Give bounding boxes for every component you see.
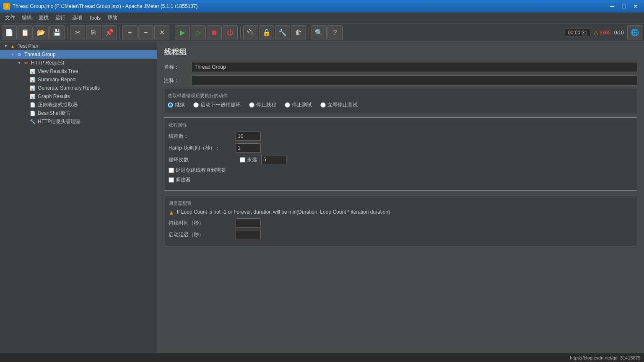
remote-icon[interactable]: 🌐 (627, 25, 642, 40)
hhm-icon: 🔧 (29, 118, 36, 125)
clear-button[interactable]: ✕ (154, 25, 169, 40)
comment-row: 注释： (164, 75, 637, 85)
gs-label: Generate Summary Results (38, 85, 100, 91)
scheduler-config-title: 调度器配置 (169, 200, 633, 207)
remove-button[interactable]: − (138, 25, 153, 40)
sidebar-item-http-header-manager[interactable]: ▶ 🔧 HTTP信息头管理器 (0, 117, 157, 126)
radio-stop-test[interactable]: 停止测试 (285, 101, 312, 109)
duration-label: 持续时间（秒） (169, 220, 236, 227)
copy-button[interactable]: ⎘ (86, 25, 101, 40)
sidebar-item-regex-extractor[interactable]: ▶ 📄 正则表达式提取器 (0, 101, 157, 109)
ramp-up-input[interactable] (236, 143, 261, 153)
thread-group-label: Thread Group (24, 52, 56, 57)
sr-icon: 📊 (29, 76, 36, 83)
bs-icon: 📄 (29, 110, 36, 116)
sep3 (172, 26, 172, 39)
radio-stop-test-input[interactable] (285, 102, 290, 108)
start-delay-row: 启动延迟（秒） (169, 230, 633, 239)
scheduler-checkbox[interactable] (169, 177, 174, 183)
radio-continue-label: 继续 (175, 101, 185, 109)
save-button[interactable]: 💾 (49, 25, 65, 40)
radio-start-next[interactable]: 启动下一进程循环 (193, 101, 241, 109)
menu-tools[interactable]: Tools (86, 13, 104, 23)
sidebar-item-http-request[interactable]: ▼ ✏ HTTP Request (0, 59, 157, 67)
sidebar-item-summary-report[interactable]: ▶ 📊 Summary Report (0, 75, 157, 84)
templates-button[interactable]: 📋 (18, 25, 33, 40)
sep4 (240, 26, 241, 39)
start-no-pause-button[interactable]: ▷ (191, 25, 206, 40)
sep5 (309, 26, 309, 39)
start-delay-input[interactable] (236, 230, 261, 239)
sr-label: Summary Report (38, 77, 76, 83)
thread-count-input[interactable] (236, 132, 261, 141)
scheduler-row: 调度器 (169, 176, 633, 184)
radio-continue[interactable]: 继续 (168, 101, 185, 109)
name-input[interactable] (192, 62, 637, 72)
thread-count: 0/10 (614, 30, 624, 36)
radio-start-next-input[interactable] (193, 102, 199, 108)
sidebar-item-thread-group[interactable]: ▼ ⚙ Thread Group (0, 50, 157, 59)
thread-count-label: 线程数： (169, 133, 236, 140)
maximize-button[interactable]: □ (619, 1, 629, 11)
delay-thread-label[interactable]: 延迟创建线程直到需要 (169, 167, 226, 174)
forever-checkbox[interactable] (240, 157, 245, 163)
delay-thread-checkbox[interactable] (169, 168, 174, 173)
thread-properties-box: 线程属性 线程数： Ramp-Up时间（秒）： 循环次数 永远 (164, 117, 637, 191)
search-button[interactable]: 🔍 (312, 25, 327, 40)
forever-checkbox-label[interactable]: 永远 (240, 156, 257, 163)
cut-button[interactable]: ✂ (70, 25, 85, 40)
open-button[interactable]: 📂 (34, 25, 49, 40)
test-plan-icon: ▲ (9, 43, 16, 49)
paste-button[interactable]: 📌 (102, 25, 117, 40)
re-label: 正则表达式提取器 (38, 101, 78, 109)
close-button[interactable]: ✕ (631, 1, 641, 11)
remote-clear-button[interactable]: 🔧 (275, 25, 290, 40)
loop-count-label: 循环次数 (169, 156, 236, 163)
comment-input[interactable] (192, 75, 637, 85)
add-button[interactable]: + (122, 25, 138, 40)
sidebar-item-generate-summary[interactable]: ▶ 📊 Generate Summary Results (0, 84, 157, 92)
radio-continue-input[interactable] (168, 102, 173, 108)
sidebar-item-view-results-tree[interactable]: ▶ 📊 View Results Tree (0, 67, 157, 75)
minimize-button[interactable]: ─ (607, 1, 617, 11)
comment-label: 注释： (164, 77, 189, 84)
test-plan-expand-arrow: ▼ (3, 44, 8, 49)
start-button[interactable]: ▶ (175, 25, 190, 40)
sidebar-item-beanshell[interactable]: ▶ 📄 BeanShell断言 (0, 109, 157, 117)
radio-stop-test-now-input[interactable] (320, 102, 326, 108)
loop-count-input[interactable] (261, 155, 286, 164)
main-layout: ▼ ▲ Test Plan ▼ ⚙ Thread Group ▼ ✏ HTTP … (0, 42, 644, 353)
section-title: 线程组 (164, 47, 637, 57)
radio-stop-thread[interactable]: 停止线程 (249, 101, 276, 109)
menu-file[interactable]: 文件 (2, 13, 18, 23)
stop-button[interactable]: ⏹ (207, 25, 222, 40)
menu-options[interactable]: 选项 (69, 13, 86, 23)
vrt-label: View Results Tree (38, 68, 78, 74)
help-button[interactable]: ? (327, 25, 343, 40)
remote-start-button[interactable]: 🔌 (243, 25, 258, 40)
sidebar-item-test-plan[interactable]: ▼ ▲ Test Plan (0, 42, 157, 50)
shutdown-button[interactable]: ⏻ (223, 25, 238, 40)
menu-help[interactable]: 帮助 (104, 13, 121, 23)
sidebar-item-graph-results[interactable]: ▶ 📊 Graph Results (0, 92, 157, 101)
remote-stop-button[interactable]: 🔒 (259, 25, 274, 40)
scheduler-warning: ▲ If Loop Count is not -1 or Forever, du… (169, 209, 633, 216)
scheduler-box: 调度器配置 ▲ If Loop Count is not -1 or Forev… (164, 196, 637, 246)
start-delay-label: 启动延迟（秒） (169, 231, 236, 238)
menu-edit[interactable]: 编辑 (18, 13, 35, 23)
radio-stop-test-now[interactable]: 立即停止测试 (320, 101, 358, 109)
thread-group-expand-arrow: ▼ (10, 52, 15, 57)
duration-input[interactable] (236, 218, 261, 228)
radio-start-next-label: 启动下一进程循环 (200, 101, 241, 109)
menu-find[interactable]: 查找 (35, 13, 52, 23)
new-button[interactable]: 📄 (2, 25, 17, 40)
clear-all-button[interactable]: 🗑 (291, 25, 306, 40)
error-action-box: 在取样器错误后要执行的动作 继续 启动下一进程循环 停止线程 停止测试 (164, 89, 637, 112)
scheduler-checkbox-label[interactable]: 调度器 (169, 176, 191, 184)
sep2 (119, 26, 120, 39)
delay-thread-row: 延迟创建线程直到需要 (169, 167, 633, 174)
menu-run[interactable]: 运行 (52, 13, 69, 23)
error-action-radio-group: 继续 启动下一进程循环 停止线程 停止测试 立即停止测试 (168, 101, 634, 109)
http-request-icon: ✏ (23, 59, 29, 66)
radio-stop-thread-input[interactable] (249, 102, 254, 108)
